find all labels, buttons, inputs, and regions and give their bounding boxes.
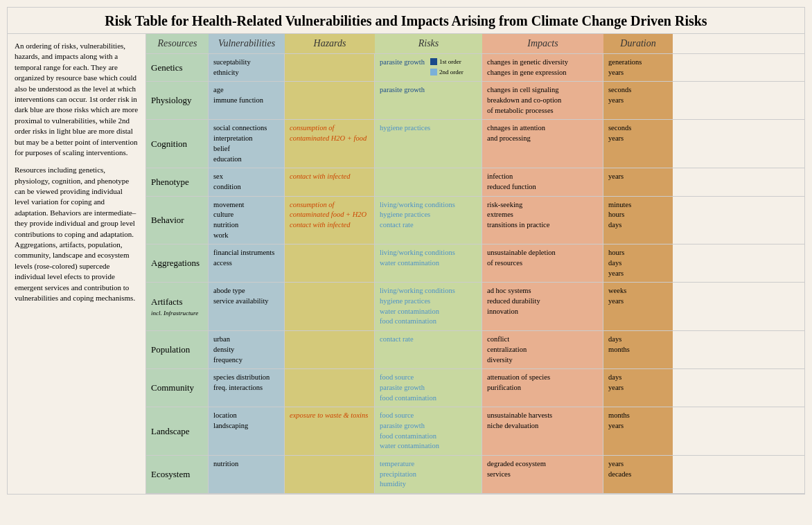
table-row: Populationurban density frequencycontact…	[146, 331, 804, 369]
cell-resource: Behavior	[146, 197, 209, 244]
cell-impact: degraded ecosystem services	[482, 456, 603, 493]
cell-resource: Population	[146, 331, 209, 368]
cell-duration: months years	[603, 407, 673, 455]
cell-hazard	[285, 54, 375, 81]
cell-hazard	[285, 369, 375, 407]
cell-impact: changes in genetic diversity changes in …	[482, 54, 603, 81]
table-row: Phenotypesex conditioncontact with infec…	[146, 168, 804, 196]
cell-hazard	[285, 331, 375, 368]
cell-resource: Physiology	[146, 82, 209, 119]
cell-duration: generations years	[603, 54, 673, 81]
cell-hazard: consumption of contaminated food + H2O c…	[285, 197, 375, 244]
cell-risk: food source parasite growth food contami…	[375, 407, 482, 455]
header-vulnerabilities: Vulnerabilities	[209, 34, 285, 53]
cell-resource: Cognition	[146, 120, 209, 168]
cell-duration: years decades	[603, 456, 673, 493]
cell-vulnerability: suceptability ethnicity	[209, 54, 285, 81]
cell-impact: ad hoc systems reduced durability innova…	[482, 283, 603, 330]
table-row: Behaviormovement culture nutrition workc…	[146, 197, 804, 245]
cell-vulnerability: location landscaping	[209, 407, 285, 455]
table-section: Resources Vulnerabilities Hazards Risks …	[146, 34, 804, 494]
cell-duration: hours days years	[603, 244, 673, 282]
cell-risk: living/working conditions hygiene practi…	[375, 283, 482, 330]
cell-resource: Artifactsincl. Infrastructure	[146, 283, 209, 330]
cell-hazard	[285, 283, 375, 330]
cell-duration: years	[603, 168, 673, 195]
cell-risk: food source parasite growth food contami…	[375, 369, 482, 407]
cell-risk: living/working conditions water contamin…	[375, 244, 482, 282]
cell-duration: days months	[603, 331, 673, 368]
cell-resource: Community	[146, 369, 209, 407]
cell-impact: attenuation of species purification	[482, 369, 603, 407]
cell-impact: infection reduced function	[482, 168, 603, 195]
cell-impact: conflict centralization diversity	[482, 331, 603, 368]
table-row: Communityspecies distribution freq. inte…	[146, 369, 804, 407]
table-body: Geneticssuceptability ethnicityparasite …	[146, 54, 804, 494]
cell-impact: chnages in attention and processing	[482, 120, 603, 168]
cell-vulnerability: abode type service availability	[209, 283, 285, 330]
cell-impact: unsustainable harvests niche devaluation	[482, 407, 603, 455]
cell-hazard	[285, 456, 375, 493]
cell-vulnerability: species distribution freq. interactions	[209, 369, 285, 407]
table-row: Landscapelocation landscapingexposure to…	[146, 407, 804, 456]
cell-vulnerability: sex condition	[209, 168, 285, 195]
table-row: Artifactsincl. Infrastructureabode type …	[146, 283, 804, 331]
header-hazards: Hazards	[285, 34, 375, 53]
cell-duration: seconds years	[603, 82, 673, 119]
page-title: Risk Table for Health-Related Vulnerabil…	[7, 7, 805, 33]
table-row: Ecosystemnutritiontemperature precipitat…	[146, 456, 804, 494]
table-row: Geneticssuceptability ethnicityparasite …	[146, 54, 804, 82]
header-duration: Duration	[603, 34, 673, 53]
cell-resource: Phenotype	[146, 168, 209, 195]
table-row: Cognitionsocial connections interpretati…	[146, 120, 804, 168]
cell-vulnerability: social connections interpretation belief…	[209, 120, 285, 168]
cell-impact: unsustainable depletion of resources	[482, 244, 603, 282]
left-panel-para1: An ordering of risks, vulnerabilities, h…	[15, 41, 139, 158]
cell-hazard	[285, 244, 375, 282]
cell-vulnerability: financial instruments access	[209, 244, 285, 282]
cell-vulnerability: age immune function	[209, 82, 285, 119]
cell-hazard	[285, 82, 375, 119]
cell-risk: hygiene practices	[375, 120, 482, 168]
cell-duration: weeks years	[603, 283, 673, 330]
cell-impact: changes in cell signaling breakdown and …	[482, 82, 603, 119]
header-impacts: Impacts	[482, 34, 603, 53]
cell-hazard: contact with infected	[285, 168, 375, 195]
table-row: Physiologyage immune functionparasite gr…	[146, 82, 804, 120]
cell-duration: seconds years	[603, 120, 673, 168]
cell-risk: contact rate	[375, 331, 482, 368]
cell-hazard: exposure to waste & toxins	[285, 407, 375, 455]
cell-vulnerability: nutrition	[209, 456, 285, 493]
cell-hazard: consumption of contaminated H2O + food	[285, 120, 375, 168]
cell-vulnerability: urban density frequency	[209, 331, 285, 368]
cell-duration: days years	[603, 369, 673, 407]
header-risks: Risks	[375, 34, 482, 53]
cell-risk: parasite growth	[375, 82, 482, 119]
cell-risk: living/working conditions hygiene practi…	[375, 197, 482, 244]
cell-risk: parasite growth 1st order 2nd order	[375, 54, 482, 81]
cell-resource: Landscape	[146, 407, 209, 455]
header-resources: Resources	[146, 34, 209, 53]
cell-risk: temperature precipitation humidity	[375, 456, 482, 493]
left-panel: An ordering of risks, vulnerabilities, h…	[8, 34, 146, 494]
cell-resource: Ecosystem	[146, 456, 209, 493]
left-panel-para2: Resources including genetics, physiology…	[15, 165, 139, 303]
column-headers: Resources Vulnerabilities Hazards Risks …	[146, 34, 804, 54]
cell-resource: Aggregations	[146, 244, 209, 282]
cell-impact: risk-seeking extremes transitions in pra…	[482, 197, 603, 244]
cell-duration: minutes hours days	[603, 197, 673, 244]
table-row: Aggregationsfinancial instruments access…	[146, 244, 804, 283]
cell-resource: Genetics	[146, 54, 209, 81]
cell-vulnerability: movement culture nutrition work	[209, 197, 285, 244]
cell-risk	[375, 168, 482, 195]
